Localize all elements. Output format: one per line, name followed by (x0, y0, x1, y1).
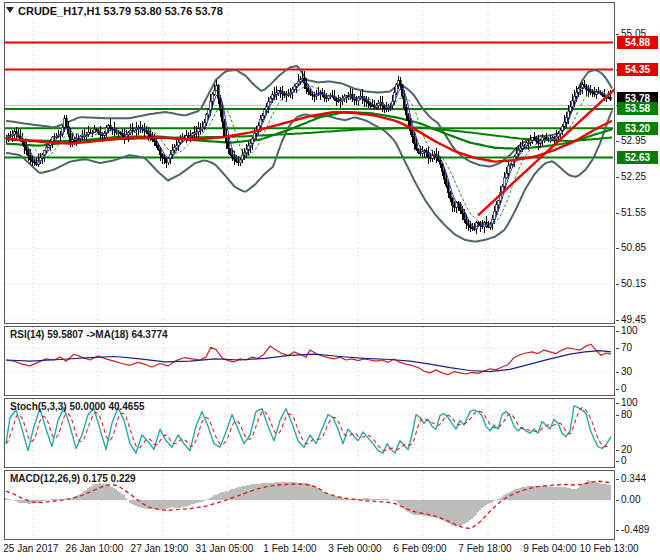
y-axis-tick: 100 (621, 397, 638, 408)
price-badge-54.35: 54.35 (617, 63, 658, 76)
y-axis-tick: 0.344 (621, 473, 646, 484)
axis-tickmark (616, 461, 619, 462)
candlesticks (5, 71, 611, 234)
x-axis-label: 31 Jan 05:00 (196, 543, 254, 554)
price-badge-53.20: 53.20 (617, 122, 658, 135)
macd-canvas[interactable] (5, 471, 614, 539)
x-axis-label: 3 Feb 00:00 (328, 543, 381, 554)
price-axis[interactable]: 55.0554.3553.6552.9552.2551.5550.8550.15… (616, 0, 660, 540)
axis-tickmark (616, 403, 619, 404)
rsi-canvas[interactable] (5, 327, 614, 395)
axis-tickmark (616, 331, 619, 332)
price-chart-canvas[interactable] (5, 3, 614, 323)
x-axis-label: 27 Jan 19:00 (131, 543, 189, 554)
y-axis-tick: 51.55 (621, 207, 646, 218)
y-axis-tick: 0 (621, 455, 627, 466)
y-axis-tick: 80 (621, 409, 632, 420)
axis-tickmark (616, 450, 619, 451)
x-axis-label: 10 Feb 13:00 (580, 543, 639, 554)
price-badge-54.88: 54.88 (617, 36, 658, 49)
y-axis-tick: 50.85 (621, 242, 646, 253)
y-axis-tick: 30 (621, 366, 632, 377)
x-axis-label: 26 Jan 10:00 (66, 543, 124, 554)
thin-green-dashed-ma (6, 86, 610, 225)
axis-tickmark (616, 248, 619, 249)
y-axis-tick: 52.95 (621, 135, 646, 146)
thin-blue-ma (6, 81, 610, 226)
y-axis-tick: 70 (621, 342, 632, 353)
axis-tickmark (616, 530, 619, 531)
axis-tickmark (616, 320, 619, 321)
x-axis-label: 6 Feb 09:00 (393, 543, 446, 554)
axis-tickmark (616, 415, 619, 416)
rsi-line (6, 344, 611, 374)
axis-tickmark (616, 284, 619, 285)
x-axis-label: 7 Feb 18:00 (458, 543, 511, 554)
axis-tickmark (616, 213, 619, 214)
axis-tickmark (616, 500, 619, 501)
y-axis-tick: -0.489 (621, 524, 649, 535)
axis-tickmark (616, 479, 619, 480)
red-ma (6, 112, 612, 162)
y-axis-tick: 0.00 (621, 494, 640, 505)
stochastic-canvas[interactable] (5, 399, 614, 467)
axis-tickmark (616, 177, 619, 178)
chart-title: CRUDE_H17,H1 53.79 53.80 53.76 53.78 (18, 5, 223, 17)
axis-tickmark (616, 372, 619, 373)
rsi-panel[interactable]: RSI(14) 59.5807 ->MA(18) 64.3774 (4, 326, 615, 396)
chart-window: CRUDE_H17,H1 53.79 53.80 53.76 53.78 RSI… (0, 0, 660, 560)
y-axis-tick: 0 (621, 383, 627, 394)
axis-tickmark (616, 389, 619, 390)
macd-panel[interactable]: MACD(12,26,9) 0.175 0.229 (4, 470, 615, 540)
x-axis-label: 1 Feb 14:00 (263, 543, 316, 554)
x-axis-label: 9 Feb 04:00 (523, 543, 576, 554)
price-badge-52.63: 52.63 (617, 151, 658, 164)
macd-histogram (6, 480, 610, 526)
stochastic-panel[interactable]: Stoch(5,3,3) 50.0000 40.4655 (4, 398, 615, 468)
y-axis-tick: 100 (621, 325, 638, 336)
axis-tickmark (616, 141, 619, 142)
y-axis-tick: 50.15 (621, 278, 646, 289)
y-axis-tick: 20 (621, 444, 632, 455)
axis-tickmark (616, 34, 619, 35)
y-axis-tick: 49.45 (621, 314, 646, 325)
y-axis-tick: 52.25 (621, 171, 646, 182)
x-axis-label: 25 Jan 2017 (3, 543, 58, 554)
main-chart-panel[interactable] (4, 2, 615, 324)
symbol-dropdown-icon[interactable] (6, 7, 14, 13)
time-axis[interactable]: 25 Jan 201726 Jan 10:0027 Jan 19:0031 Ja… (0, 540, 660, 560)
axis-tickmark (616, 348, 619, 349)
price-badge-53.58: 53.58 (617, 102, 658, 115)
